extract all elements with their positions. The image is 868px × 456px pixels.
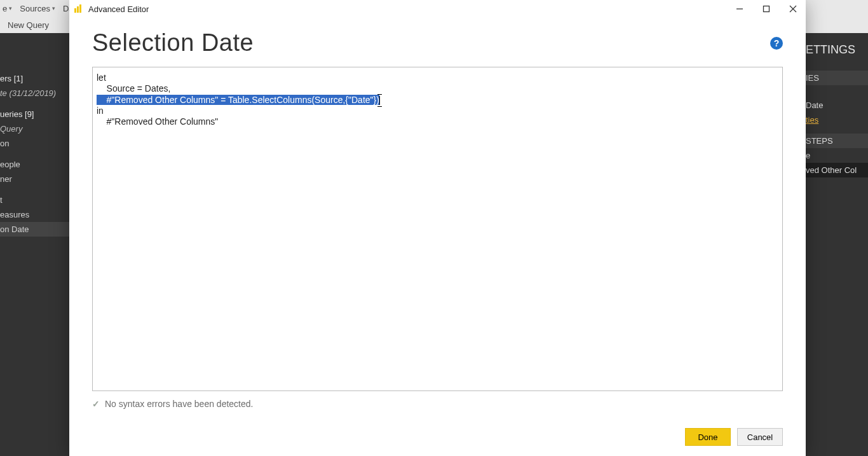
nav-item-people[interactable]: eople (0, 157, 69, 172)
window-minimize-button[interactable] (732, 1, 747, 17)
code-line-2: Source = Dates, (97, 83, 170, 93)
properties-section-header: IES (806, 71, 868, 85)
ribbon-group-new-query: New Query (8, 20, 49, 30)
window-maximize-button[interactable] (759, 1, 774, 17)
nav-item-t[interactable]: t (0, 193, 69, 207)
powerbi-icon (73, 4, 83, 14)
code-line-5: #"Removed Other Columns" (97, 116, 218, 127)
nav-item-selection-date[interactable]: on Date (0, 222, 69, 237)
window-close-button[interactable] (785, 1, 801, 17)
svg-rect-4 (764, 6, 770, 12)
ribbon-button-left[interactable]: e (3, 4, 12, 13)
checkmark-icon: ✓ (92, 399, 100, 409)
done-button[interactable]: Done (685, 428, 731, 446)
query-settings-panel: ETTINGS IES Date ties STEPS e ved Other … (806, 33, 868, 456)
code-line-3-selected: #"Removed Other Columns" = Table.SelectC… (97, 95, 379, 105)
svg-rect-2 (79, 4, 81, 13)
ribbon-button-sources[interactable]: Sources (20, 4, 55, 13)
queries-navigator: ers [1] te (31/12/2019) ueries [9] Query… (0, 33, 69, 456)
nav-item-date[interactable]: te (31/12/2019) (0, 86, 69, 100)
applied-step-source[interactable]: e (806, 148, 868, 163)
text-caret (379, 96, 380, 105)
nav-item-ner[interactable]: ner (0, 172, 69, 186)
cancel-button[interactable]: Cancel (737, 428, 783, 446)
all-properties-link[interactable]: ties (806, 115, 818, 125)
help-icon[interactable]: ? (770, 37, 783, 50)
query-settings-title: ETTINGS (806, 42, 868, 58)
advanced-editor-dialog: Advanced Editor Selection Date ? let Sou… (69, 0, 806, 456)
properties-name-value: Date (806, 98, 868, 113)
code-editor[interactable]: let Source = Dates, #"Removed Other Colu… (92, 67, 783, 391)
svg-rect-1 (77, 6, 79, 13)
code-line-4: in (97, 106, 104, 116)
applied-step-removed-other-columns[interactable]: ved Other Col (806, 163, 868, 177)
svg-rect-0 (74, 8, 76, 13)
nav-item-measures[interactable]: easures (0, 207, 69, 222)
nav-group-2-header[interactable]: ueries [9] (0, 107, 69, 121)
editor-header: Selection Date (92, 29, 254, 57)
dialog-title: Advanced Editor (88, 4, 149, 14)
dialog-titlebar: Advanced Editor (69, 0, 806, 18)
applied-steps-header: STEPS (806, 134, 868, 148)
syntax-status: ✓ No syntax errors have been detected. (92, 399, 783, 409)
nav-group-1-header[interactable]: ers [1] (0, 71, 69, 86)
nav-item-query[interactable]: Query (0, 121, 69, 136)
code-line-1: let (97, 73, 106, 83)
nav-item-on[interactable]: on (0, 136, 69, 151)
syntax-status-text: No syntax errors have been detected. (105, 399, 253, 409)
